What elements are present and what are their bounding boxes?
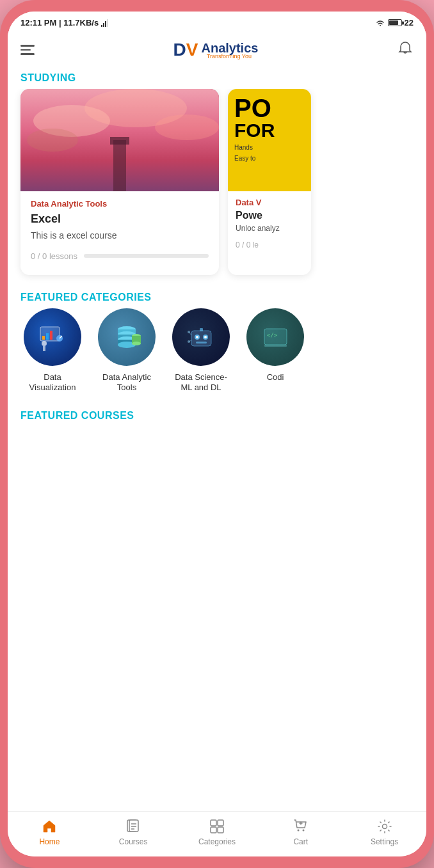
nav-item-home[interactable]: Home bbox=[30, 818, 68, 846]
nav-item-cart[interactable]: Cart bbox=[282, 818, 320, 846]
card-2-image: PO FOR Hands Easy to bbox=[228, 89, 311, 191]
phone-frame: 12:11 PM | 11.7KB/s 22 bbox=[0, 0, 434, 868]
studying-label: STUDYING bbox=[8, 66, 426, 89]
courses-icon bbox=[125, 818, 141, 835]
logo-sub: Transforming You bbox=[200, 53, 258, 59]
categories-icon bbox=[209, 818, 225, 835]
category-label-2: Data AnalyticTools bbox=[102, 372, 151, 394]
svg-line-38 bbox=[189, 332, 191, 335]
category-item-data-visualization[interactable]: DataVisualization bbox=[20, 308, 84, 394]
svg-rect-13 bbox=[46, 333, 49, 340]
studying-cards-scroll: Data Analytic Tools Excel This is a exce… bbox=[8, 89, 426, 285]
status-right: 22 bbox=[375, 18, 414, 28]
category-item-coding[interactable]: </> Codi bbox=[243, 308, 307, 394]
signal-icon bbox=[101, 19, 110, 28]
status-bar: 12:11 PM | 11.7KB/s 22 bbox=[8, 12, 426, 31]
svg-point-32 bbox=[196, 336, 198, 338]
data-viz-icon bbox=[35, 319, 70, 354]
featured-courses-section: FEATURED COURSES bbox=[8, 404, 426, 433]
svg-rect-29 bbox=[191, 331, 211, 346]
category-circle-2 bbox=[98, 308, 156, 366]
nav-label-courses: Courses bbox=[119, 837, 148, 846]
card-2-desc: Unloc analyz bbox=[236, 224, 303, 234]
nav-item-categories[interactable]: Categories bbox=[198, 818, 236, 846]
status-left: 12:11 PM | 11.7KB/s bbox=[20, 18, 110, 28]
categories-scroll: DataVisualization bbox=[8, 308, 426, 404]
featured-courses-label: FEATURED COURSES bbox=[8, 404, 426, 427]
logo: D V Analytics Transforming You bbox=[173, 41, 259, 59]
settings-icon bbox=[376, 818, 393, 835]
svg-rect-9 bbox=[113, 140, 126, 191]
battery-icon bbox=[388, 19, 402, 26]
category-label-3: Data Science-ML and DL bbox=[175, 372, 227, 394]
battery-level: 22 bbox=[405, 18, 414, 28]
nav-label-categories: Categories bbox=[198, 837, 236, 846]
course-card-1[interactable]: Data Analytic Tools Excel This is a exce… bbox=[20, 89, 219, 275]
category-label-1: DataVisualization bbox=[29, 372, 76, 394]
card-1-title: Excel bbox=[31, 212, 209, 226]
svg-point-52 bbox=[297, 830, 299, 832]
card-2-img-for: FOR bbox=[234, 121, 275, 140]
course-card-2[interactable]: PO FOR Hands Easy to Data V Powe Unloc a… bbox=[228, 89, 311, 275]
app-content: D V Analytics Transforming You STUDYING bbox=[8, 31, 426, 811]
card-2-lessons: 0 / 0 le bbox=[236, 241, 303, 249]
logo-d: D bbox=[173, 41, 186, 59]
svg-rect-50 bbox=[211, 827, 216, 833]
logo-v: V bbox=[186, 41, 198, 59]
nav-label-settings: Settings bbox=[371, 837, 398, 846]
svg-rect-18 bbox=[43, 346, 45, 351]
card-2-category: Data V bbox=[236, 198, 303, 207]
svg-text:</>: </> bbox=[267, 332, 278, 338]
data-analytic-icon bbox=[109, 319, 145, 354]
category-circle-3 bbox=[172, 308, 230, 366]
bottom-nav: Home Courses bbox=[8, 811, 426, 856]
svg-rect-35 bbox=[200, 328, 203, 331]
card-1-body: Data Analytic Tools Excel This is a exce… bbox=[20, 191, 219, 275]
svg-point-33 bbox=[204, 336, 207, 338]
category-circle-1 bbox=[24, 308, 81, 366]
svg-point-53 bbox=[302, 830, 304, 832]
svg-point-7 bbox=[155, 114, 219, 140]
top-bar: D V Analytics Transforming You bbox=[8, 31, 426, 66]
svg-rect-12 bbox=[42, 336, 45, 340]
svg-rect-48 bbox=[211, 820, 216, 826]
svg-rect-42 bbox=[264, 345, 287, 347]
svg-point-37 bbox=[188, 340, 190, 343]
card-1-progress-bg bbox=[84, 254, 209, 258]
home-icon bbox=[41, 818, 58, 835]
card-1-image bbox=[20, 89, 219, 191]
svg-point-28 bbox=[132, 342, 141, 345]
phone-screen: 12:11 PM | 11.7KB/s 22 bbox=[8, 12, 426, 856]
card-1-category: Data Analytic Tools bbox=[31, 199, 209, 209]
svg-rect-51 bbox=[218, 827, 223, 833]
nav-item-courses[interactable]: Courses bbox=[114, 818, 152, 846]
svg-rect-49 bbox=[218, 820, 223, 826]
card-2-body: Data V Powe Unloc analyz 0 / 0 le bbox=[228, 191, 311, 258]
wifi-icon bbox=[375, 19, 385, 27]
nav-label-cart: Cart bbox=[293, 837, 308, 846]
card-2-img-po: PO bbox=[234, 95, 271, 121]
svg-rect-14 bbox=[50, 331, 52, 340]
category-label-4: Codi bbox=[267, 372, 284, 383]
card-1-desc: This is a excel course bbox=[31, 230, 209, 242]
notification-bell[interactable] bbox=[397, 40, 414, 59]
category-item-data-analytic[interactable]: Data AnalyticTools bbox=[95, 308, 159, 394]
coding-icon: </> bbox=[258, 319, 293, 354]
card-2-title: Powe bbox=[236, 210, 303, 221]
svg-point-17 bbox=[42, 341, 47, 346]
category-item-data-science[interactable]: Data Science-ML and DL bbox=[169, 308, 233, 394]
cart-icon bbox=[293, 818, 309, 835]
hamburger-menu[interactable] bbox=[20, 45, 35, 55]
card-1-progress-row: 0 / 0 lessons bbox=[31, 251, 209, 261]
card-2-img-sub1: Hands bbox=[234, 144, 253, 151]
svg-rect-34 bbox=[196, 342, 207, 343]
data-science-icon bbox=[184, 319, 219, 354]
time-display: 12:11 PM | 11.7KB/s bbox=[20, 18, 99, 28]
svg-rect-44 bbox=[129, 820, 138, 832]
card-1-lessons: 0 / 0 lessons bbox=[31, 251, 77, 261]
card-2-img-sub2: Easy to bbox=[234, 155, 255, 162]
category-circle-4: </> bbox=[246, 308, 304, 366]
nav-item-settings[interactable]: Settings bbox=[366, 818, 404, 846]
featured-categories-label: FEATURED CATEGORIES bbox=[8, 285, 426, 308]
nav-label-home: Home bbox=[39, 837, 60, 846]
